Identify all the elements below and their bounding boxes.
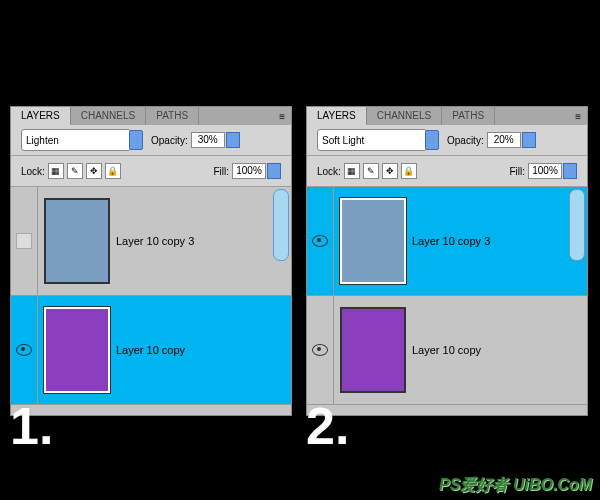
layer-name[interactable]: Layer 10 copy xyxy=(412,344,481,356)
comparison-stage: LAYERS CHANNELS PATHS ≡ Lighten Opacity:… xyxy=(10,106,590,453)
layer-thumbnail[interactable] xyxy=(340,307,406,393)
fill-slider-icon[interactable] xyxy=(563,163,577,179)
opacity-input[interactable]: 20% xyxy=(487,132,521,148)
fill-input[interactable]: 100% xyxy=(232,163,266,179)
panel-tabs: LAYERS CHANNELS PATHS ≡ xyxy=(307,107,587,125)
scrollbar-thumb[interactable] xyxy=(569,189,585,261)
visibility-toggle[interactable] xyxy=(307,296,334,404)
lock-label: Lock: xyxy=(21,166,45,177)
layer-row[interactable]: Layer 10 copy xyxy=(11,296,291,405)
fill-label: Fill: xyxy=(509,166,525,177)
tab-channels[interactable]: CHANNELS xyxy=(367,107,442,125)
fill-input[interactable]: 100% xyxy=(528,163,562,179)
eye-off-icon xyxy=(16,233,32,249)
opacity-input[interactable]: 30% xyxy=(191,132,225,148)
lock-all-icon[interactable]: 🔒 xyxy=(401,163,417,179)
step-number-1: 1. xyxy=(10,396,53,456)
tab-channels[interactable]: CHANNELS xyxy=(71,107,146,125)
panel-tabs: LAYERS CHANNELS PATHS ≡ xyxy=(11,107,291,125)
eye-icon xyxy=(312,344,328,356)
blend-opacity-row: Soft Light Opacity: 20% xyxy=(307,125,587,156)
eye-icon xyxy=(312,235,328,247)
layer-row[interactable]: Layer 10 copy 3 xyxy=(307,187,587,296)
lock-brush-icon[interactable]: ✎ xyxy=(67,163,83,179)
lock-transparency-icon[interactable]: ▦ xyxy=(344,163,360,179)
lock-all-icon[interactable]: 🔒 xyxy=(105,163,121,179)
opacity-slider-icon[interactable] xyxy=(226,132,240,148)
blend-mode-select[interactable]: Lighten xyxy=(21,129,131,151)
layer-row[interactable]: Layer 10 copy xyxy=(307,296,587,405)
tab-layers[interactable]: LAYERS xyxy=(11,107,71,125)
tab-paths[interactable]: PATHS xyxy=(442,107,495,125)
lock-label: Lock: xyxy=(317,166,341,177)
lock-move-icon[interactable]: ✥ xyxy=(382,163,398,179)
layer-list: Layer 10 copy 3 Layer 10 copy xyxy=(307,187,587,407)
visibility-toggle[interactable] xyxy=(11,187,38,295)
layers-panel-1: LAYERS CHANNELS PATHS ≡ Lighten Opacity:… xyxy=(10,106,292,416)
opacity-label: Opacity: xyxy=(447,135,484,146)
lock-brush-icon[interactable]: ✎ xyxy=(363,163,379,179)
layer-name[interactable]: Layer 10 copy 3 xyxy=(116,235,194,247)
visibility-toggle[interactable] xyxy=(307,187,334,295)
layer-row[interactable]: Layer 10 copy 3 xyxy=(11,187,291,296)
tab-layers[interactable]: LAYERS xyxy=(307,107,367,125)
watermark-text: PS爱好者 UiBO.CoM xyxy=(439,475,592,496)
panel-menu-icon[interactable]: ≡ xyxy=(273,107,291,125)
blend-stepper-icon[interactable] xyxy=(425,130,439,150)
blend-mode-select[interactable]: Soft Light xyxy=(317,129,427,151)
opacity-slider-icon[interactable] xyxy=(522,132,536,148)
layer-name[interactable]: Layer 10 copy xyxy=(116,344,185,356)
lock-fill-row: Lock: ▦ ✎ ✥ 🔒 Fill: 100% xyxy=(11,156,291,187)
blend-opacity-row: Lighten Opacity: 30% xyxy=(11,125,291,156)
fill-label: Fill: xyxy=(213,166,229,177)
fill-slider-icon[interactable] xyxy=(267,163,281,179)
lock-transparency-icon[interactable]: ▦ xyxy=(48,163,64,179)
layer-thumbnail[interactable] xyxy=(340,198,406,284)
layer-thumbnail[interactable] xyxy=(44,307,110,393)
layer-list: Layer 10 copy 3 Layer 10 copy xyxy=(11,187,291,407)
scrollbar-thumb[interactable] xyxy=(273,189,289,261)
layers-panel-2: LAYERS CHANNELS PATHS ≡ Soft Light Opaci… xyxy=(306,106,588,416)
opacity-label: Opacity: xyxy=(151,135,188,146)
layer-thumbnail[interactable] xyxy=(44,198,110,284)
layer-name[interactable]: Layer 10 copy 3 xyxy=(412,235,490,247)
lock-move-icon[interactable]: ✥ xyxy=(86,163,102,179)
visibility-toggle[interactable] xyxy=(11,296,38,404)
step-number-2: 2. xyxy=(306,396,349,456)
blend-stepper-icon[interactable] xyxy=(129,130,143,150)
lock-fill-row: Lock: ▦ ✎ ✥ 🔒 Fill: 100% xyxy=(307,156,587,187)
panel-menu-icon[interactable]: ≡ xyxy=(569,107,587,125)
eye-icon xyxy=(16,344,32,356)
tab-paths[interactable]: PATHS xyxy=(146,107,199,125)
